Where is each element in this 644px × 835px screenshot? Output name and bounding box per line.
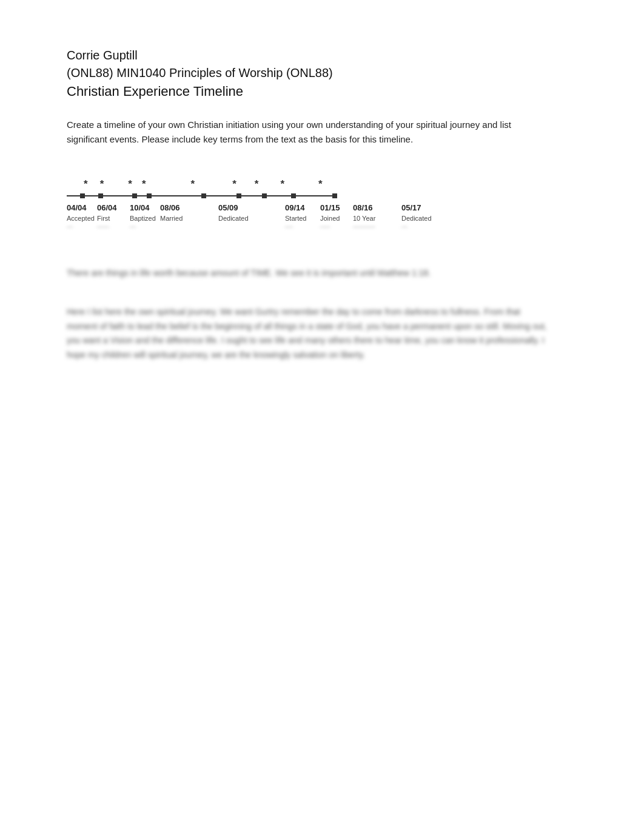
line-marker-2 xyxy=(98,193,103,198)
line-marker-9 xyxy=(332,193,337,198)
event-label-6: Started xyxy=(285,215,320,222)
event-date-9: 05/17 xyxy=(401,203,438,212)
timeline-sublabels-row: --- ------ --- ---- ----- ----------- --… xyxy=(67,223,564,230)
event-label-3: Baptized xyxy=(130,215,160,222)
event-label-7: Joined xyxy=(320,215,353,222)
line-seg-2 xyxy=(85,195,98,196)
event-date-2: 06/04 xyxy=(97,203,130,212)
event-date-6: 09/14 xyxy=(285,203,320,212)
event-date-8: 08/16 xyxy=(353,203,401,212)
event-sublabel-8: ----------- xyxy=(353,223,401,230)
course-info: (ONL88) MIN1040 Principles of Worship (O… xyxy=(67,66,577,80)
line-seg-4 xyxy=(137,195,147,196)
line-marker-1 xyxy=(80,193,85,198)
timeline-asterisks-row: * * * * * * * * * xyxy=(67,177,564,192)
line-seg-3 xyxy=(103,195,132,196)
line-marker-4 xyxy=(147,193,152,198)
event-label-1: Accepted xyxy=(67,215,97,222)
asterisk-1: * xyxy=(84,178,88,190)
timeline-dates-row: 04/04 06/04 10/04 08/06 05/09 09/14 01/1… xyxy=(67,203,564,212)
asterisk-6: * xyxy=(232,178,236,190)
asterisk-9: * xyxy=(318,178,323,190)
line-seg-7 xyxy=(241,195,262,196)
line-seg-8 xyxy=(267,195,291,196)
section-title: Christian Experience Timeline xyxy=(67,84,577,99)
line-seg-5 xyxy=(152,195,201,196)
event-sublabel-6: ---- xyxy=(285,223,320,230)
event-date-5: 05/09 xyxy=(218,203,285,212)
event-date-4: 08/06 xyxy=(160,203,218,212)
blurred-section-1: There are things in life worth because a… xyxy=(67,266,552,281)
asterisk-7: * xyxy=(255,178,259,190)
asterisk-3: * xyxy=(128,178,132,190)
event-sublabel-1: --- xyxy=(67,223,97,230)
event-sublabel-2: ------ xyxy=(97,223,130,230)
timeline-line-row xyxy=(67,192,564,200)
event-label-5: Dedicated xyxy=(218,215,285,222)
timeline-labels-row: Accepted First Baptized Married Dedicate… xyxy=(67,213,564,222)
event-date-7: 01/15 xyxy=(320,203,353,212)
event-sublabel-7: ----- xyxy=(320,223,353,230)
line-seg-6 xyxy=(206,195,236,196)
event-label-4: Married xyxy=(160,215,218,222)
student-name: Corrie Guptill xyxy=(67,49,577,62)
event-label-9: Dedicated xyxy=(401,215,438,222)
blurred-text-1: There are things in life worth because a… xyxy=(67,266,552,281)
line-marker-6 xyxy=(236,193,241,198)
instructions-text: Create a timeline of your own Christian … xyxy=(67,118,552,147)
timeline-container: * * * * * * * * * xyxy=(67,177,564,230)
asterisk-4: * xyxy=(142,178,146,190)
asterisk-2: * xyxy=(100,178,104,190)
line-seg-1 xyxy=(67,195,80,196)
line-marker-7 xyxy=(262,193,267,198)
asterisk-5: * xyxy=(191,178,195,190)
line-seg-9 xyxy=(296,195,332,196)
line-marker-5 xyxy=(201,193,206,198)
event-date-1: 04/04 xyxy=(67,203,97,212)
event-label-8: 10 Year xyxy=(353,215,401,222)
blurred-text-2: Here I list here the own spiritual journ… xyxy=(67,305,552,363)
line-marker-8 xyxy=(291,193,296,198)
event-sublabel-3: --- xyxy=(130,223,160,230)
event-label-2: First xyxy=(97,215,130,222)
line-marker-3 xyxy=(132,193,137,198)
blurred-section-2: Here I list here the own spiritual journ… xyxy=(67,305,552,363)
asterisk-8: * xyxy=(280,178,284,190)
event-sublabel-9: --- xyxy=(401,223,438,230)
event-date-3: 10/04 xyxy=(130,203,160,212)
